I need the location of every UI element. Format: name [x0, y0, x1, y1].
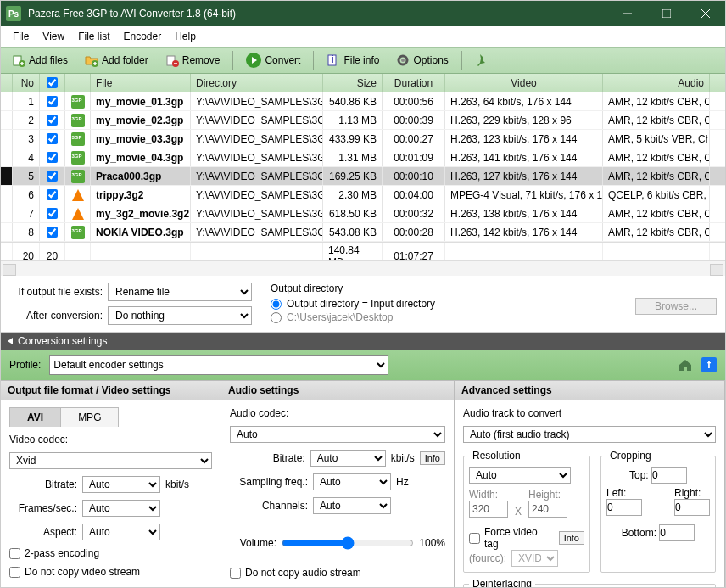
svg-rect-1 — [662, 9, 671, 18]
grid-footer: 20 20 140.84 MB 01:07:27 — [1, 242, 725, 260]
if-exists-select[interactable]: Rename file — [108, 283, 252, 301]
svg-text:i: i — [332, 53, 334, 65]
menu-encoder[interactable]: Encoder — [116, 29, 168, 44]
width-input[interactable] — [469, 501, 508, 518]
outdir-input-radio[interactable] — [271, 299, 282, 310]
grid-header: No File Directory Size Duration Video Au… — [1, 74, 725, 92]
aspect-select[interactable]: Auto — [82, 524, 160, 540]
height-input[interactable] — [528, 501, 567, 518]
audio-codec-label: Audio codec: — [230, 407, 445, 419]
close-button[interactable] — [686, 1, 725, 26]
profile-select[interactable]: Default encoder settings — [49, 355, 388, 375]
table-row[interactable]: 1my_movie_01.3gpY:\AV\VIDEO_SAMPLES\3GP5… — [1, 92, 725, 111]
file-info-button[interactable]: iFile info — [319, 50, 387, 70]
menu-file[interactable]: File — [6, 29, 36, 44]
deinterlacing-fieldset: Deinterlacing — [463, 578, 716, 587]
add-files-button[interactable]: Add files — [4, 50, 75, 70]
audio-bitrate-select[interactable]: Auto — [310, 450, 386, 467]
table-row[interactable]: 3my_movie_03.3gpY:\AV\VIDEO_SAMPLES\3GP4… — [1, 130, 725, 148]
window-title: Pazera Free 3GP to AVI Converter 1.8 (64… — [28, 8, 608, 20]
maximize-button[interactable] — [647, 1, 686, 26]
col-audio[interactable]: Audio — [603, 74, 710, 92]
resolution-fieldset: Resolution Auto Width: X Height: Force v… — [463, 450, 590, 573]
col-dir[interactable]: Directory — [191, 74, 323, 92]
row-check[interactable] — [47, 189, 58, 200]
svg-point-12 — [401, 59, 405, 62]
channels-select[interactable]: Auto — [313, 497, 391, 514]
crop-left[interactable] — [606, 499, 642, 516]
after-conversion-select[interactable]: Do nothing — [108, 306, 252, 325]
tab-avi[interactable]: AVI — [9, 407, 61, 427]
output-options: If output file exists: Rename file After… — [1, 276, 725, 333]
vlc-icon — [72, 208, 84, 220]
profile-bar: Profile: Default encoder settings f — [1, 350, 725, 380]
table-row[interactable]: 6trippy.3g2Y:\AV\VIDEO_SAMPLES\3GP2.30 M… — [1, 186, 725, 204]
force-tag-check[interactable] — [469, 533, 480, 544]
3gp-icon — [71, 151, 85, 165]
row-check[interactable] — [47, 152, 58, 163]
add-folder-button[interactable]: Add folder — [77, 50, 156, 70]
check-all[interactable] — [47, 77, 58, 88]
row-check[interactable] — [47, 115, 58, 126]
pin-button[interactable] — [467, 50, 496, 70]
row-check[interactable] — [47, 171, 58, 182]
crop-top[interactable] — [651, 467, 687, 484]
outdir-custom-radio[interactable] — [271, 312, 282, 323]
table-row[interactable]: 4my_movie_04.3gpY:\AV\VIDEO_SAMPLES\3GP1… — [1, 148, 725, 167]
facebook-icon[interactable]: f — [701, 357, 717, 372]
row-check[interactable] — [47, 96, 58, 107]
col-video[interactable]: Video — [445, 74, 603, 92]
browse-button[interactable]: Browse... — [635, 298, 717, 315]
col-duration[interactable]: Duration — [383, 74, 445, 92]
fourcc-info-button[interactable]: Info — [559, 531, 584, 545]
collapse-icon — [8, 338, 13, 344]
menu-view[interactable]: View — [36, 29, 71, 44]
options-button[interactable]: Options — [388, 50, 455, 70]
table-row[interactable]: 8NOKIA VIDEO.3gpY:\AV\VIDEO_SAMPLES\3GP5… — [1, 223, 725, 242]
col-check[interactable] — [40, 74, 65, 92]
crop-right[interactable] — [674, 499, 710, 516]
table-row[interactable]: 5Praca000.3gpY:\AV\VIDEO_SAMPLES\3GP169.… — [1, 167, 725, 186]
convert-button[interactable]: Convert — [238, 49, 308, 71]
nocopy-audio-check[interactable] — [230, 568, 241, 579]
audio-info-button[interactable]: Info — [420, 451, 445, 465]
fps-select[interactable]: Auto — [82, 500, 160, 517]
crop-bottom[interactable] — [659, 524, 695, 541]
table-row[interactable]: 7my_3g2_movie.3g2Y:\AV\VIDEO_SAMPLES\3GP… — [1, 204, 725, 223]
audio-track-select[interactable]: Auto (first audio track) — [463, 426, 716, 443]
cropping-fieldset: Cropping Top: Left: Right: Bottom: — [600, 450, 716, 573]
toolbar: Add files Add folder Remove Convert iFil… — [1, 47, 725, 74]
home-icon[interactable] — [678, 357, 693, 372]
row-check[interactable] — [47, 208, 58, 219]
col-no[interactable]: No — [13, 74, 40, 92]
video-settings-panel: Output file format / Video settings AVI … — [1, 380, 221, 587]
sampling-select[interactable]: Auto — [313, 473, 391, 490]
video-codec-select[interactable]: Xvid — [9, 452, 212, 469]
menu-filelist[interactable]: File list — [71, 29, 116, 44]
volume-slider[interactable] — [282, 536, 414, 550]
video-bitrate-select[interactable]: Auto — [82, 476, 160, 493]
remove-button[interactable]: Remove — [158, 50, 228, 70]
table-row[interactable]: 2my_movie_02.3gpY:\AV\VIDEO_SAMPLES\3GP1… — [1, 111, 725, 130]
horizontal-scrollbar[interactable] — [1, 260, 725, 276]
minimize-button[interactable] — [608, 1, 647, 26]
file-grid: No File Directory Size Duration Video Au… — [1, 74, 725, 276]
3gp-icon — [71, 95, 85, 109]
menu-help[interactable]: Help — [168, 29, 203, 44]
fourcc-select[interactable]: XVID — [511, 550, 558, 567]
audio-codec-select[interactable]: Auto — [230, 426, 445, 443]
3gp-icon — [71, 170, 85, 183]
3gp-icon — [71, 132, 85, 146]
twopass-check[interactable] — [9, 548, 20, 559]
profile-label: Profile: — [9, 359, 41, 371]
nocopy-video-check[interactable] — [9, 567, 20, 578]
row-check[interactable] — [47, 133, 58, 144]
tab-mpg[interactable]: MPG — [60, 407, 119, 427]
row-check[interactable] — [47, 227, 58, 238]
after-label: After conversion: — [9, 310, 103, 322]
app-icon: Ps — [6, 6, 21, 21]
conversion-settings-header[interactable]: Conversion settings — [1, 333, 725, 350]
col-size[interactable]: Size — [323, 74, 383, 92]
col-file[interactable]: File — [91, 74, 191, 92]
resolution-select[interactable]: Auto — [469, 467, 571, 484]
